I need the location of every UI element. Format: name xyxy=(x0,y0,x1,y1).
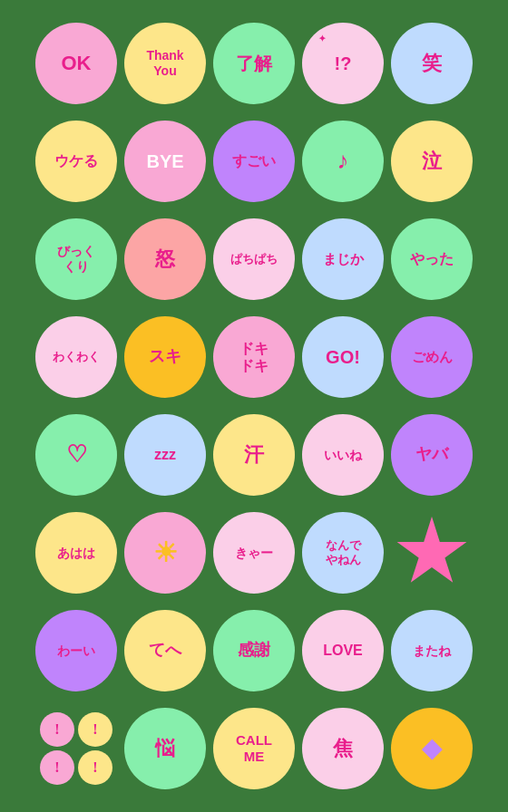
sticker-34[interactable]: LOVE xyxy=(302,610,384,691)
sticker-7[interactable]: BYE xyxy=(124,121,206,202)
sticker-label-9: ♪ xyxy=(337,147,349,175)
sticker-wrapper-4[interactable]: ✦!? xyxy=(302,18,384,109)
sticker-wrapper-33[interactable]: 感謝 xyxy=(213,605,295,696)
deco-star-1: ✦ xyxy=(318,34,326,44)
sticker-40[interactable]: ◆ xyxy=(391,708,473,789)
sticker-label-3: 了解 xyxy=(236,53,272,74)
sticker-16[interactable]: わくわく xyxy=(35,316,117,398)
sticker-13[interactable]: ぱちぱち xyxy=(213,218,295,300)
sticker-label-26: あはは xyxy=(57,546,95,561)
sticker-wrapper-15[interactable]: やった xyxy=(391,214,473,304)
sticker-35[interactable]: またね xyxy=(391,610,473,691)
sticker-wrapper-39[interactable]: 焦 xyxy=(302,703,384,794)
exclaim-circle-3: ! xyxy=(78,750,112,785)
sticker-wrapper-34[interactable]: LOVE xyxy=(302,605,384,696)
sticker-wrapper-32[interactable]: てへ xyxy=(124,605,206,696)
sticker-wrapper-2[interactable]: Thank You xyxy=(124,18,206,109)
sticker-38[interactable]: CALL ME xyxy=(213,708,295,789)
sticker-label-14: まじか xyxy=(323,251,364,267)
sticker-2[interactable]: Thank You xyxy=(124,23,206,104)
sticker-6[interactable]: ウケる xyxy=(35,121,117,202)
sticker-37[interactable]: 悩 xyxy=(124,708,206,789)
sticker-wrapper-10[interactable]: 泣 xyxy=(391,116,473,207)
sticker-label-40: ◆ xyxy=(422,733,442,764)
sticker-label-2: Thank You xyxy=(146,48,183,79)
sticker-14[interactable]: まじか xyxy=(302,218,384,300)
sticker-wrapper-5[interactable]: 笑 xyxy=(391,18,473,109)
sticker-32[interactable]: てへ xyxy=(124,610,206,691)
sticker-wrapper-1[interactable]: OK xyxy=(35,18,117,109)
sticker-wrapper-21[interactable]: ♡ xyxy=(35,410,117,500)
sticker-wrapper-17[interactable]: スキ xyxy=(124,312,206,402)
sticker-label-4: !? xyxy=(335,53,352,74)
sticker-9[interactable]: ♪ xyxy=(302,121,384,202)
sticker-label-12: 怒 xyxy=(155,247,175,271)
sticker-wrapper-31[interactable]: わーい xyxy=(35,605,117,696)
sticker-wrapper-6[interactable]: ウケる xyxy=(35,116,117,207)
sticker-label-13: ぱちぱち xyxy=(230,252,278,266)
sticker-10[interactable]: 泣 xyxy=(391,121,473,202)
sticker-18[interactable]: ドキ ドキ xyxy=(213,316,295,398)
sticker-wrapper-23[interactable]: 汗 xyxy=(213,410,295,500)
sticker-12[interactable]: 怒 xyxy=(124,218,206,300)
sticker-wrapper-18[interactable]: ドキ ドキ xyxy=(213,312,295,402)
sticker-wrapper-14[interactable]: まじか xyxy=(302,214,384,304)
sticker-wrapper-37[interactable]: 悩 xyxy=(124,703,206,794)
sticker-wrapper-26[interactable]: あはは xyxy=(35,508,117,598)
sticker-wrapper-13[interactable]: ぱちぱち xyxy=(213,214,295,304)
sticker-label-16: わくわく xyxy=(53,350,100,364)
sticker-17[interactable]: スキ xyxy=(124,316,206,398)
sticker-label-29: なんで やねん xyxy=(326,538,361,566)
sticker-wrapper-29[interactable]: なんで やねん xyxy=(302,508,384,598)
sticker-label-18: ドキ ドキ xyxy=(239,340,269,374)
sticker-wrapper-3[interactable]: 了解 xyxy=(213,18,295,109)
sticker-wrapper-20[interactable]: ごめん xyxy=(391,312,473,402)
sticker-28[interactable]: きゃー xyxy=(213,512,295,594)
sticker-27[interactable]: ☀ xyxy=(124,512,206,594)
sticker-wrapper-30[interactable] xyxy=(391,508,473,598)
sticker-29[interactable]: なんで やねん xyxy=(302,512,384,594)
sticker-label-8: すごい xyxy=(232,152,276,169)
sticker-label-37: 悩 xyxy=(155,737,175,760)
sticker-31[interactable]: わーい xyxy=(35,610,117,691)
sticker-wrapper-40[interactable]: ◆ xyxy=(391,703,473,794)
sticker-wrapper-7[interactable]: BYE xyxy=(124,116,206,207)
sticker-wrapper-11[interactable]: びっく くり xyxy=(35,214,117,304)
sticker-5[interactable]: 笑 xyxy=(391,23,473,104)
exclaim-circle-2: ! xyxy=(40,750,74,785)
sticker-wrapper-27[interactable]: ☀ xyxy=(124,508,206,598)
sticker-wrapper-19[interactable]: GO! xyxy=(302,312,384,402)
sticker-15[interactable]: やった xyxy=(391,218,473,300)
sticker-25[interactable]: ヤバ xyxy=(391,414,473,496)
sticker-11[interactable]: びっく くり xyxy=(35,218,117,300)
sticker-wrapper-38[interactable]: CALL ME xyxy=(213,703,295,794)
sticker-wrapper-25[interactable]: ヤバ xyxy=(391,410,473,500)
sticker-wrapper-8[interactable]: すごい xyxy=(213,116,295,207)
sticker-23[interactable]: 汗 xyxy=(213,414,295,496)
sticker-wrapper-22[interactable]: zzz xyxy=(124,410,206,500)
sticker-26[interactable]: あはは xyxy=(35,512,117,594)
sticker-label-23: 汗 xyxy=(244,443,264,467)
sticker-wrapper-12[interactable]: 怒 xyxy=(124,214,206,304)
sticker-33[interactable]: 感謝 xyxy=(213,610,295,691)
sticker-label-24: いいね xyxy=(324,448,362,463)
sticker-22[interactable]: zzz xyxy=(124,414,206,496)
sticker-8[interactable]: すごい xyxy=(213,121,295,202)
sticker-wrapper-16[interactable]: わくわく xyxy=(35,312,117,402)
sticker-label-21: ♡ xyxy=(66,440,87,469)
sticker-3[interactable]: 了解 xyxy=(213,23,295,104)
sticker-19[interactable]: GO! xyxy=(302,316,384,398)
sticker-label-20: ごめん xyxy=(412,349,453,365)
sticker-20[interactable]: ごめん xyxy=(391,316,473,398)
sticker-wrapper-9[interactable]: ♪ xyxy=(302,116,384,207)
sticker-wrapper-36[interactable]: !!!! xyxy=(35,703,117,794)
sticker-wrapper-35[interactable]: またね xyxy=(391,605,473,696)
sticker-4[interactable]: ✦!? xyxy=(302,23,384,104)
sticker-1[interactable]: OK xyxy=(35,23,117,104)
sticker-24[interactable]: いいね xyxy=(302,414,384,496)
sticker-21[interactable]: ♡ xyxy=(35,414,117,496)
sticker-wrapper-28[interactable]: きゃー xyxy=(213,508,295,598)
sticker-wrapper-24[interactable]: いいね xyxy=(302,410,384,500)
sticker-39[interactable]: 焦 xyxy=(302,708,384,789)
sticker-label-32: てへ xyxy=(149,641,181,661)
